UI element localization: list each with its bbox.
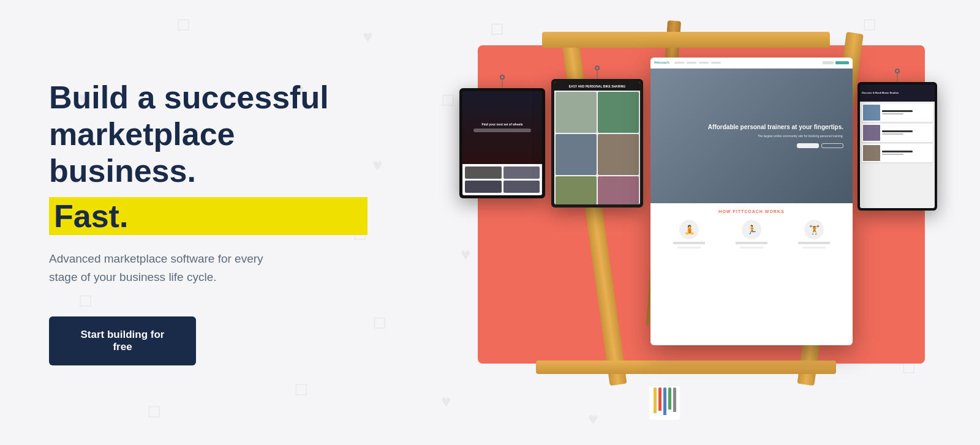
headline-line1: Build a successful (49, 80, 329, 115)
hero-subtext: Advanced marketplace software for every … (49, 250, 294, 287)
bike-screen: EASY AND PERSONAL BIKE SHARING (551, 79, 643, 208)
nav-logo: fittcoach (654, 61, 669, 64)
bike-screen-title: EASY AND PERSONAL BIKE SHARING (569, 84, 625, 89)
how-it-works-title: HOW FITTCOACH WORKS (658, 209, 845, 214)
step1-icon: 🧘 (679, 220, 699, 239)
main-hero-text: Affordable personal trainers at your fin… (708, 123, 843, 132)
step-1: 🧘 (673, 220, 705, 249)
music-screen-title: Discover & Book Music Studios (862, 91, 899, 94)
headline-line2: marketplace business. (49, 116, 235, 189)
main-screen: fittcoach (650, 58, 853, 345)
music-screen: Discover & Book Music Studios (858, 82, 937, 211)
subtext-line1: Advanced marketplace software for every (49, 252, 263, 265)
hero-left-panel: Build a successful marketplace business.… (0, 0, 404, 445)
main-screen-nav: fittcoach (650, 58, 853, 69)
screens-area: Find your next set of wheels (478, 45, 925, 364)
step3-icon: 🏋️ (804, 220, 824, 239)
hero-right-panel: Find your next set of wheels (404, 0, 980, 445)
cta-button[interactable]: Start building for free (49, 316, 196, 365)
subtext-line2: stage of your business life cycle. (49, 271, 217, 283)
headline-fast: Fast. (49, 197, 368, 235)
headline: Build a successful marketplace business. (49, 80, 368, 189)
car-screen: Find your next set of wheels (459, 88, 545, 198)
pencil-cup (649, 386, 680, 420)
step-2: 🏃 (736, 220, 767, 249)
car-screen-title: Find your next set of wheels (481, 122, 522, 126)
step2-icon: 🏃 (742, 220, 761, 239)
main-hero-sub: The largest online community site for bo… (708, 134, 843, 139)
easel-illustration: Find your next set of wheels (441, 21, 943, 437)
page-layout: Build a successful marketplace business.… (0, 0, 980, 445)
step-3: 🏋️ (798, 220, 830, 249)
how-steps: 🧘 🏃 🏋️ (658, 220, 845, 249)
main-screen-body: HOW FITTCOACH WORKS 🧘 🏃 (650, 203, 853, 255)
main-screen-hero: Affordable personal trainers at your fin… (650, 69, 853, 203)
